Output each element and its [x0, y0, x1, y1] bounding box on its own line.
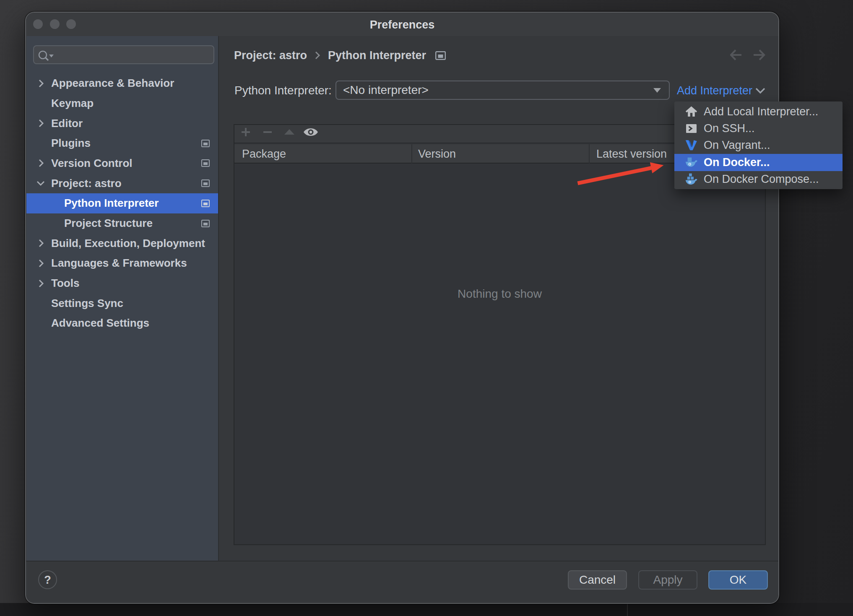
- annotation-arrow-red: [0, 0, 853, 616]
- desktop-backdrop: Preferences Appearance & BehaviorKeymapE…: [0, 0, 853, 616]
